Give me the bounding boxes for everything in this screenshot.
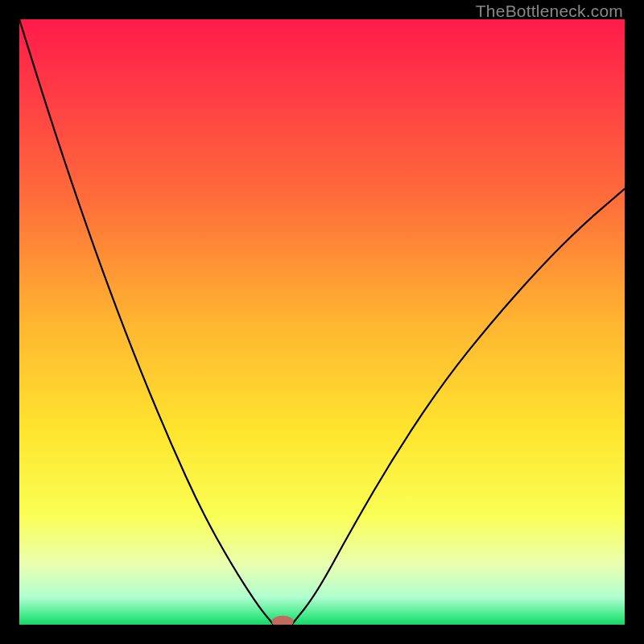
watermark-text: TheBottleneck.com [476,2,623,21]
gradient-background [19,19,625,625]
bottleneck-chart [19,19,625,625]
chart-frame [19,19,625,625]
